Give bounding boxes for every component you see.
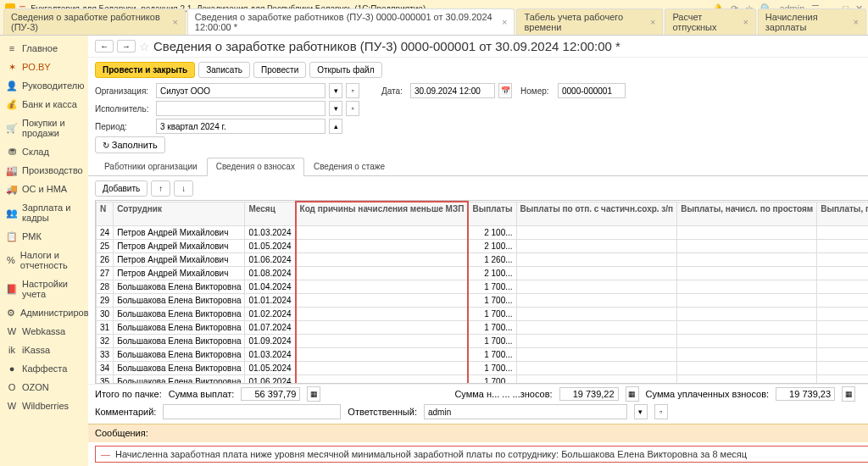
table-row[interactable]: 34Большакова Елена Викторовна01.05.20241…	[97, 361, 869, 374]
sidebar-item[interactable]: 📋РМК	[0, 227, 88, 246]
table-row[interactable]: 28Большакова Елена Викторовна01.04.20241…	[97, 280, 869, 293]
col-header[interactable]: Месяц	[245, 202, 296, 225]
document-tabs: Сведения о заработке работников (ПУ-3)×С…	[0, 17, 868, 36]
sidebar-icon: ≡	[7, 43, 17, 53]
sidebar-item[interactable]: %Налоги и отчетность	[0, 246, 88, 275]
add-row-button[interactable]: Добавить	[95, 180, 147, 197]
save-button[interactable]: Записать	[198, 62, 250, 78]
sum-pay-value: 56 397,79	[241, 387, 300, 401]
post-close-button[interactable]: Провести и закрыть	[95, 62, 195, 78]
warning-message[interactable]: — Начисленна заработная плата ниже уровн…	[95, 446, 868, 463]
col-header[interactable]: Код причины начисления меньше МЗП	[296, 202, 469, 225]
period-label: Период:	[95, 122, 153, 131]
sidebar-item[interactable]: 🏭Производство	[0, 161, 88, 180]
sub-tab[interactable]: Сведения о стаже	[304, 158, 394, 175]
sidebar-item[interactable]: WWildberries	[0, 397, 88, 415]
date-input[interactable]	[410, 83, 495, 98]
warning-text: Начисленна заработная плата ниже уровня …	[115, 449, 747, 459]
table-row[interactable]: 29Большакова Елена Викторовна01.01.20241…	[97, 293, 869, 307]
org-open-button[interactable]: ▾	[329, 83, 342, 98]
sidebar-icon: 💰	[7, 99, 17, 109]
sidebar-item[interactable]: ⚙Администрирование	[0, 303, 88, 322]
table-row[interactable]: 32Большакова Елена Викторовна01.09.20241…	[97, 334, 869, 347]
data-table: NСотрудникМесяцКод причины начисления ме…	[96, 201, 868, 384]
warning-icon: —	[101, 449, 110, 459]
sidebar-item[interactable]: ✶PO.BY	[0, 58, 88, 76]
tab-close-icon[interactable]: ×	[743, 17, 748, 27]
nav-fwd-button[interactable]: →	[117, 40, 136, 53]
sidebar-icon: 🏭	[7, 165, 17, 175]
sidebar-item[interactable]: ≡Главное	[0, 39, 88, 58]
table-row[interactable]: 26Петров Андрей Михайлович01.06.20241 26…	[97, 252, 869, 266]
sidebar-item[interactable]: 👥Зарплата и кадры	[0, 198, 88, 227]
sidebar-item[interactable]: 💰Банк и касса	[0, 95, 88, 114]
page-title: Сведения о заработке работников (ПУ-3) 0…	[153, 39, 620, 53]
table-row[interactable]: 31Большакова Елена Викторовна01.07.20241…	[97, 320, 869, 334]
resp-clear-button[interactable]: ▫	[654, 404, 668, 419]
sidebar-item[interactable]: ikiKassa	[0, 341, 88, 359]
table-container[interactable]: NСотрудникМесяцКод причины начисления ме…	[95, 200, 868, 384]
exec-input[interactable]	[156, 101, 326, 116]
org-clear-button[interactable]: ▫	[346, 83, 359, 98]
period-input[interactable]	[156, 119, 326, 134]
sidebar-item[interactable]: ●Каффеста	[0, 359, 88, 378]
sum-paid-value: 19 739,23	[776, 387, 835, 401]
table-toolbar: Добавить ↑ ↓ Еще ▾	[88, 176, 868, 200]
sidebar-item[interactable]: OOZON	[0, 378, 88, 397]
move-down-button[interactable]: ↓	[174, 180, 193, 197]
document-tab[interactable]: Расчет отпускных×	[665, 8, 755, 35]
table-row[interactable]: 27Петров Андрей Михайлович01.08.20242 10…	[97, 266, 869, 280]
fill-button[interactable]: ↻ Заполнить	[95, 136, 165, 153]
sidebar-item[interactable]: ⛃Склад	[0, 142, 88, 161]
tab-close-icon[interactable]: ×	[650, 17, 655, 27]
open-file-button[interactable]: Открыть файл	[309, 62, 381, 78]
col-header[interactable]: N	[97, 202, 114, 225]
sidebar-item[interactable]: 📕Настройки учета	[0, 275, 88, 303]
sum-contrib-label: Сумма н... ... ...зносов:	[454, 389, 552, 399]
period-up-button[interactable]: ▴	[329, 119, 342, 134]
document-tab[interactable]: Сведения о заработке работников (ПУ-3) 0…	[187, 8, 515, 35]
col-header[interactable]: Выплаты	[468, 202, 516, 225]
sidebar-icon: ik	[7, 345, 17, 355]
favorite-icon[interactable]: ☆	[139, 40, 150, 53]
document-tab[interactable]: Табель учета рабочего времени×	[516, 8, 663, 35]
document-tab[interactable]: Начисления зарплаты×	[758, 8, 866, 35]
resp-input[interactable]	[424, 404, 627, 419]
table-row[interactable]: 33Большакова Елена Викторовна01.03.20241…	[97, 347, 869, 361]
table-row[interactable]: 25Петров Андрей Михайлович01.05.20242 10…	[97, 239, 869, 252]
sidebar-icon: ⛃	[7, 147, 17, 157]
table-row[interactable]: 24Петров Андрей Михайлович01.03.20242 10…	[97, 225, 869, 239]
org-input[interactable]	[156, 83, 326, 98]
calc3-icon[interactable]: ▦	[842, 386, 855, 402]
sidebar-item[interactable]: 🛒Покупки и продажи	[0, 114, 88, 142]
exec-clear-button[interactable]: ▫	[346, 101, 359, 116]
calc-icon[interactable]: ▦	[307, 386, 320, 402]
tab-close-icon[interactable]: ×	[854, 17, 859, 27]
post-button[interactable]: Провести	[253, 62, 306, 78]
number-input[interactable]	[558, 83, 626, 98]
col-header[interactable]: Выплаты, начисл. по простоям	[677, 202, 817, 225]
document-tab[interactable]: Сведения о заработке работников (ПУ-3)×	[3, 8, 186, 35]
resp-open-button[interactable]: ▾	[634, 404, 648, 419]
col-header[interactable]: Сотрудник	[114, 202, 245, 225]
calendar-icon[interactable]: 📅	[498, 83, 512, 98]
calc2-icon[interactable]: ▦	[626, 386, 639, 402]
col-header[interactable]: Выплаты по отп. с частичн.сохр. з/п	[516, 202, 677, 225]
nav-back-button[interactable]: ←	[95, 40, 114, 53]
sidebar-item[interactable]: 🚚ОС и НМА	[0, 180, 88, 198]
main-toolbar: Провести и закрыть Записать Провести Отк…	[88, 58, 868, 81]
exec-open-button[interactable]: ▾	[329, 101, 342, 116]
table-row[interactable]: 35Большакова Елена Викторовна01.06.20241…	[97, 374, 869, 384]
sub-tab[interactable]: Работники организации	[95, 158, 207, 175]
tab-close-icon[interactable]: ×	[172, 17, 177, 27]
sub-tab[interactable]: Сведения о взносах	[207, 158, 304, 176]
comment-input[interactable]	[163, 404, 341, 419]
sidebar-item[interactable]: WWebkassa	[0, 322, 88, 341]
table-row[interactable]: 30Большакова Елена Викторовна01.02.20241…	[97, 307, 869, 320]
tab-close-icon[interactable]: ×	[502, 17, 507, 27]
sidebar-icon: W	[7, 326, 17, 336]
move-up-button[interactable]: ↑	[151, 180, 170, 197]
sidebar-item[interactable]: 👤Руководителю	[0, 76, 88, 95]
comment-label: Комментарий:	[95, 407, 156, 417]
col-header[interactable]: Выплаты, по результата...	[817, 202, 868, 225]
